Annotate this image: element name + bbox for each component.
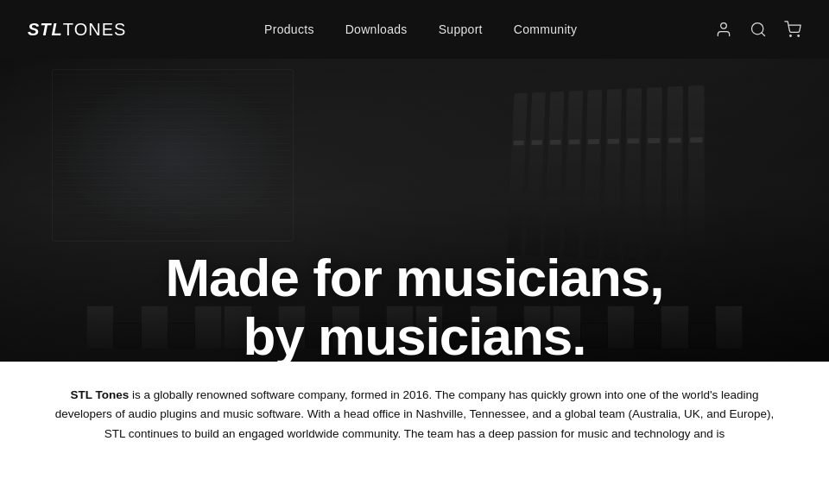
nav-products[interactable]: Products [264, 22, 314, 36]
about-body: is a globally renowned software company,… [55, 388, 774, 440]
logo-tones: TONES [63, 20, 127, 39]
logo[interactable]: STLTONES [28, 20, 126, 40]
about-section: STL Tones is a globally renowned softwar… [0, 362, 829, 504]
header-actions [715, 21, 801, 38]
account-button[interactable] [715, 21, 732, 38]
hero-headline: Made for musicians, by musicians. [35, 249, 794, 366]
search-button[interactable] [750, 21, 767, 38]
nav-support[interactable]: Support [439, 22, 483, 36]
svg-point-4 [798, 35, 800, 37]
svg-line-2 [762, 33, 765, 36]
svg-point-3 [790, 35, 792, 37]
hero-headline-line2: by musicians. [243, 306, 585, 366]
nav-community[interactable]: Community [514, 22, 578, 36]
brand-name: STL Tones [70, 388, 129, 401]
nav-downloads[interactable]: Downloads [345, 22, 408, 36]
about-text: STL Tones is a globally renowned softwar… [52, 386, 777, 444]
cart-icon [784, 21, 801, 38]
logo-stl: STL [28, 20, 63, 39]
cart-button[interactable] [784, 21, 801, 38]
svg-point-0 [721, 23, 727, 29]
account-icon [715, 21, 732, 38]
search-icon [750, 21, 767, 38]
main-nav: Products Downloads Support Community [264, 22, 577, 36]
site-header: STLTONES Products Downloads Support Comm… [0, 0, 829, 59]
hero-headline-line1: Made for musicians, [165, 248, 663, 307]
hero-content: Made for musicians, by musicians. [0, 249, 829, 366]
logo-text: STLTONES [28, 20, 126, 40]
